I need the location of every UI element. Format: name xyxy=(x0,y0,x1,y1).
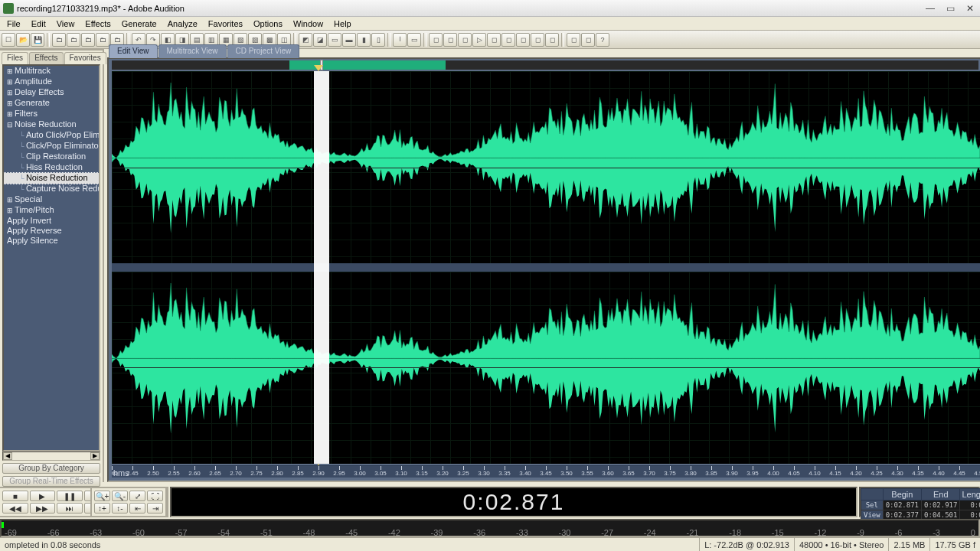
tree-item[interactable]: Noise Reduction xyxy=(4,173,99,184)
status-format: 48000 • 16-bit • Stereo xyxy=(794,538,888,551)
m5-icon[interactable]: ◻ xyxy=(487,33,501,47)
marker-top-icon[interactable] xyxy=(314,65,323,71)
tree-item[interactable]: Hiss Reduction xyxy=(4,162,99,173)
tree-item[interactable]: Generate xyxy=(4,98,99,109)
zoom-out-v-button[interactable]: ↕- xyxy=(112,503,128,514)
app-icon xyxy=(3,3,14,14)
folder2-icon[interactable]: 🗀 xyxy=(67,33,80,47)
spec1-icon[interactable]: ◩ xyxy=(299,33,312,47)
ruler-tick: 3.60 xyxy=(602,470,614,477)
play-button[interactable]: ▶ xyxy=(30,491,56,501)
tab-edit-view[interactable]: Edit View xyxy=(109,44,158,58)
maximize-icon[interactable]: ▭ xyxy=(943,3,957,14)
zoom-right-button[interactable]: ⇥ xyxy=(147,503,163,514)
ruler-tick: 3.30 xyxy=(478,470,490,477)
save-icon[interactable]: 💾 xyxy=(31,33,44,47)
h2-icon[interactable]: ◻ xyxy=(581,33,595,47)
tree-item[interactable]: Noise Reduction xyxy=(4,119,99,130)
panel-tab-files[interactable]: Files xyxy=(2,52,28,64)
m9-icon[interactable]: ◻ xyxy=(545,33,559,47)
folder4-icon[interactable]: 🗀 xyxy=(96,33,109,47)
menu-view[interactable]: View xyxy=(51,18,80,29)
menu-help[interactable]: Help xyxy=(328,18,357,29)
waveform-canvas[interactable] xyxy=(112,71,980,464)
close-icon[interactable]: ✕ xyxy=(963,3,977,14)
visible-range-indicator[interactable] xyxy=(289,60,446,70)
menu-options[interactable]: Options xyxy=(248,18,288,29)
zoom-in-button[interactable]: 🔍+ xyxy=(94,491,110,501)
spec2-icon[interactable]: ◪ xyxy=(313,33,327,47)
tree-item[interactable]: Apply Silence xyxy=(4,236,99,246)
goto-end-button[interactable]: ⏭ xyxy=(57,503,83,514)
menu-window[interactable]: Window xyxy=(288,18,328,29)
m8-icon[interactable]: ◻ xyxy=(531,33,544,47)
zoom-out-button[interactable]: 🔍- xyxy=(112,491,128,501)
m6-icon[interactable]: ◻ xyxy=(501,33,515,47)
m3-icon[interactable]: ◻ xyxy=(458,33,472,47)
level-meter[interactable]: -69-66-63-60-57-54-51-48-45-42-39-36-33-… xyxy=(0,519,980,537)
group-by-category-button[interactable]: Group By Category xyxy=(2,463,100,474)
selview-cell[interactable]: 0:00 xyxy=(960,500,980,510)
tree-item[interactable]: Capture Noise Reduction P xyxy=(4,184,99,194)
panel-tab-favorites[interactable]: Favorites xyxy=(64,52,106,64)
time-display[interactable]: 0:02.871 xyxy=(170,487,858,517)
ffwd-button[interactable]: ▶▶ xyxy=(30,503,56,514)
spec5-icon[interactable]: ▮ xyxy=(357,33,371,47)
m4-icon[interactable]: ▷ xyxy=(472,33,486,47)
panel-tab-effects[interactable]: Effects xyxy=(29,52,63,64)
tree-item[interactable]: Delay Effects xyxy=(4,87,99,98)
zoom-left-button[interactable]: ⇤ xyxy=(129,503,145,514)
help-icon[interactable]: ? xyxy=(596,33,609,47)
tree-item[interactable]: Filters xyxy=(4,109,99,119)
tree-item[interactable]: Multitrack xyxy=(4,66,99,77)
cursor-icon[interactable]: Ｉ xyxy=(393,33,407,47)
tree-item[interactable]: Amplitude xyxy=(4,77,99,87)
time-ruler[interactable]: hms2.402.452.502.552.602.652.702.752.802… xyxy=(112,465,980,478)
tab-cd-project-view[interactable]: CD Project View xyxy=(227,44,300,58)
menu-edit[interactable]: Edit xyxy=(26,18,51,29)
tree-item[interactable]: Click/Pop Eliminator xyxy=(4,141,99,152)
scroll-right-icon[interactable]: ▶ xyxy=(90,452,100,460)
selview-cell[interactable]: 0:02.871 xyxy=(883,500,921,510)
menu-effects[interactable]: Effects xyxy=(80,18,116,29)
m2-icon[interactable]: ◻ xyxy=(443,33,457,47)
pause-button[interactable]: ❚❚ xyxy=(57,491,83,501)
folder1-icon[interactable]: 🗀 xyxy=(52,33,66,47)
minimize-icon[interactable]: — xyxy=(923,3,937,14)
channel-right[interactable] xyxy=(112,272,980,464)
spec4-icon[interactable]: ▬ xyxy=(342,33,356,47)
tree-hscroll[interactable]: ◀ ▶ xyxy=(2,452,100,461)
tree-item[interactable]: Special xyxy=(4,194,99,205)
m7-icon[interactable]: ◻ xyxy=(516,33,530,47)
select-icon[interactable]: ▭ xyxy=(407,33,421,47)
effects-tree[interactable]: MultitrackAmplitudeDelay EffectsGenerate… xyxy=(2,64,100,452)
stop-button[interactable]: ■ xyxy=(2,491,28,501)
tree-item[interactable]: Clip Restoration xyxy=(4,152,99,162)
tree-item[interactable]: Apply Invert xyxy=(4,216,99,226)
rewind-button[interactable]: ◀◀ xyxy=(2,503,28,514)
h1-icon[interactable]: ◻ xyxy=(567,33,580,47)
zoom-in-v-button[interactable]: ↕+ xyxy=(94,503,110,514)
group-realtime-button[interactable]: Group Real-Time Effects xyxy=(2,476,100,487)
zoom-sel-button[interactable]: ⛶ xyxy=(147,491,163,501)
spec6-icon[interactable]: ▯ xyxy=(371,33,385,47)
zoom-full-button[interactable]: ⤢ xyxy=(129,491,145,501)
menu-favorites[interactable]: Favorites xyxy=(203,18,248,29)
menu-analyze[interactable]: Analyze xyxy=(162,18,203,29)
folder3-icon[interactable]: 🗀 xyxy=(81,33,95,47)
open-icon[interactable]: 📂 xyxy=(16,33,30,47)
channel-left[interactable] xyxy=(112,71,980,263)
playhead-cursor[interactable] xyxy=(314,71,329,464)
tree-item[interactable]: Time/Pitch xyxy=(4,205,99,216)
scroll-left-icon[interactable]: ◀ xyxy=(3,452,12,460)
overview-bar[interactable] xyxy=(112,60,978,70)
new-icon[interactable]: ☐ xyxy=(2,33,15,47)
spec3-icon[interactable]: ▭ xyxy=(328,33,341,47)
tree-item[interactable]: Apply Reverse xyxy=(4,226,99,236)
tab-multitrack-view[interactable]: Multitrack View xyxy=(158,44,227,58)
menu-file[interactable]: File xyxy=(2,18,26,29)
tree-item[interactable]: Auto Click/Pop Eliminator xyxy=(4,130,99,141)
menu-generate[interactable]: Generate xyxy=(116,18,162,29)
selview-cell[interactable]: 0:02.917 xyxy=(922,500,960,510)
m1-icon[interactable]: ◻ xyxy=(429,33,443,47)
